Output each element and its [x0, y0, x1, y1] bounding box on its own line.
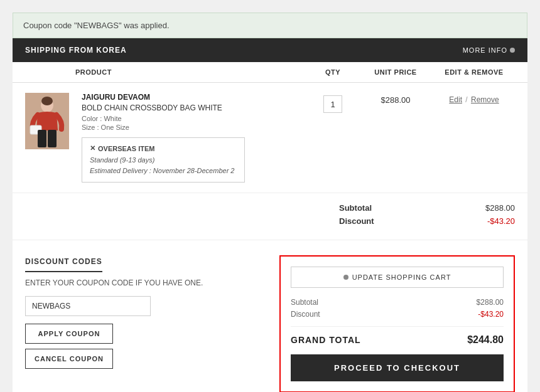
- cancel-coupon-button[interactable]: CANCEL COUPON: [25, 349, 113, 369]
- overseas-label: ✕ OVERSEAS ITEM: [90, 144, 237, 152]
- update-dot-icon: [343, 275, 348, 280]
- product-color: Color : White: [82, 115, 308, 122]
- update-cart-label: UPDATE SHOPPING CART: [352, 273, 451, 281]
- edit-remove: Edit / Remove: [433, 93, 515, 104]
- grand-total-row: GRAND TOTAL $244.80: [291, 326, 504, 346]
- col-image: [25, 68, 75, 76]
- discount-label: Discount: [339, 216, 374, 226]
- product-info: JAIGURU DEVAOM BOLD CHAIN CROSSBODY BAG …: [75, 93, 308, 183]
- discount-row: Discount -$43.20: [339, 216, 515, 226]
- col-edit-remove: EDIT & REMOVE: [433, 68, 515, 76]
- cart-subtotal-label: Subtotal: [291, 298, 318, 307]
- more-info-label: MORE INFO: [463, 46, 507, 54]
- qty-value: 1: [323, 95, 342, 113]
- cart-discount-label: Discount: [291, 310, 320, 319]
- apply-coupon-button[interactable]: APPLY COUPON: [25, 324, 113, 344]
- checkout-button[interactable]: PROCEED TO CHECKOUT: [291, 354, 504, 381]
- overseas-box: ✕ OVERSEAS ITEM Standard (9-13 days) Est…: [82, 137, 245, 183]
- cart-subtotal-value: $288.00: [477, 298, 504, 307]
- subtotal-section: Subtotal $288.00 Discount -$43.20: [13, 193, 527, 240]
- svg-rect-5: [48, 130, 57, 147]
- table-header: PRODUCT QTY UNIT PRICE EDIT & REMOVE: [13, 62, 527, 83]
- shipping-header: SHIPPING FROM KOREA MORE INFO: [13, 38, 527, 62]
- edit-link[interactable]: Edit: [449, 95, 462, 104]
- overseas-delivery: Standard (9-13 days): [90, 155, 237, 166]
- more-info-dot-icon: [510, 48, 515, 53]
- grand-total-label: GRAND TOTAL: [291, 335, 361, 345]
- shipping-title: SHIPPING FROM KOREA: [25, 46, 127, 55]
- more-info-button[interactable]: MORE INFO: [463, 46, 515, 54]
- product-size: Size : One Size: [82, 124, 308, 131]
- product-name: BOLD CHAIN CROSSBODY BAG WHITE: [82, 103, 308, 112]
- bottom-section: DISCOUNT CODES ENTER YOUR COUPON CODE IF…: [13, 240, 527, 392]
- subtotal-row: Subtotal $288.00: [339, 203, 515, 213]
- subtotal-label: Subtotal: [339, 203, 372, 213]
- product-image: [25, 93, 69, 149]
- col-qty: QTY: [308, 68, 358, 76]
- discount-description: ENTER YOUR COUPON CODE IF YOU HAVE ONE.: [25, 277, 261, 289]
- discount-value: -$43.20: [487, 216, 515, 226]
- svg-rect-4: [38, 130, 46, 147]
- discount-title: DISCOUNT CODES: [25, 257, 102, 272]
- unit-price: $288.00: [358, 93, 433, 105]
- coupon-notice: Coupon code "NEWBAGS" was applied.: [13, 13, 527, 38]
- cart-discount-row: Discount -$43.20: [291, 310, 504, 319]
- col-unit-price: UNIT PRICE: [358, 68, 433, 76]
- product-brand: JAIGURU DEVAOM: [82, 93, 308, 102]
- svg-point-2: [41, 97, 53, 105]
- overseas-estimated: Estimated Delivery : November 28-Decembe…: [90, 166, 237, 176]
- product-row: JAIGURU DEVAOM BOLD CHAIN CROSSBODY BAG …: [13, 83, 527, 193]
- cart-summary-section: UPDATE SHOPPING CART Subtotal $288.00 Di…: [279, 255, 515, 392]
- subtotal-value: $288.00: [485, 203, 515, 213]
- update-cart-button[interactable]: UPDATE SHOPPING CART: [291, 267, 504, 288]
- cart-discount-value: -$43.20: [478, 310, 504, 319]
- col-product: PRODUCT: [75, 68, 308, 76]
- grand-total-value: $244.80: [467, 334, 504, 346]
- coupon-notice-text: Coupon code "NEWBAGS" was applied.: [23, 21, 170, 30]
- discount-codes-section: DISCOUNT CODES ENTER YOUR COUPON CODE IF…: [25, 255, 261, 392]
- coupon-input[interactable]: [25, 296, 151, 316]
- cart-subtotal-row: Subtotal $288.00: [291, 298, 504, 307]
- remove-link[interactable]: Remove: [471, 95, 499, 104]
